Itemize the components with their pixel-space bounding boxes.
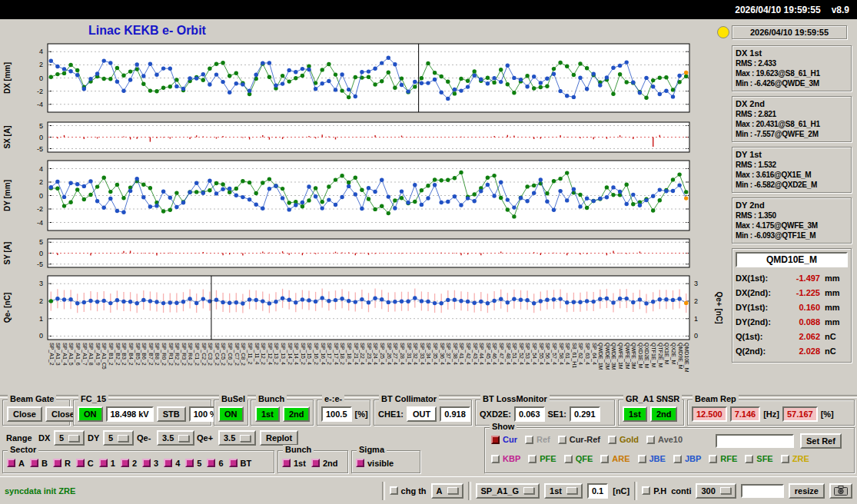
sector-checkbox-1[interactable]: 1 xyxy=(99,459,115,468)
titlebar-version: v8.9 xyxy=(832,5,849,15)
show-checkbox-sfe[interactable]: SFE xyxy=(745,454,772,463)
stat-line: Min : -6.426@QWDE_3M xyxy=(736,79,848,88)
threshold-field[interactable]: 0.1 xyxy=(587,483,608,499)
svg-text:-4: -4 xyxy=(37,219,43,227)
conti-toggle[interactable]: conti xyxy=(671,486,691,496)
sector-checkbox-6[interactable]: 6 xyxy=(207,459,223,468)
svg-text:DX [mm]: DX [mm] xyxy=(3,62,12,94)
checkbox-label: BT xyxy=(241,459,252,468)
stat-line: RMS : 1.532 xyxy=(736,161,848,169)
device-select[interactable]: SP_A1_G xyxy=(476,483,540,499)
count-select[interactable]: 300 xyxy=(696,483,736,499)
monitor-row-value: 2.062 xyxy=(783,332,825,341)
stat-line: Max : 4.175@QWFE_3M xyxy=(736,221,848,230)
bpm-label: QTF1E_M xyxy=(649,343,656,393)
sector-items: ABRC123456BT xyxy=(7,459,251,468)
show-checkbox-ref[interactable]: Ref xyxy=(525,435,550,444)
replot-button[interactable]: Replot xyxy=(260,430,298,446)
bpm-label: SP_11_2 xyxy=(246,343,253,393)
range-label: Range xyxy=(6,433,32,443)
bpm-label: SP_44_4 xyxy=(478,343,485,393)
show-checkbox-jbe[interactable]: JBE xyxy=(638,454,666,463)
beam-gate-group: Beam Gate Close Close xyxy=(2,400,70,426)
range-qe-minus-select[interactable]: 3.5 xyxy=(157,430,194,446)
svg-text:2: 2 xyxy=(39,297,43,305)
show-checkbox-rfe[interactable]: RFE xyxy=(709,454,737,463)
monitor-row-value: 0.160 xyxy=(783,303,825,312)
show-checkbox-cur-ref[interactable]: Cur-Ref xyxy=(558,435,600,444)
bpm-label: SP_54_4 xyxy=(530,343,537,393)
snapshot-button[interactable] xyxy=(829,483,852,499)
sector-checkbox-b[interactable]: B xyxy=(30,459,48,468)
show-checkbox-jbp[interactable]: JBP xyxy=(673,454,701,463)
checkbox-label: ZRE xyxy=(792,454,809,463)
checkbox-label: 3 xyxy=(154,459,158,468)
show-checkbox-qfe[interactable]: QFE xyxy=(564,454,593,463)
bpm-label: SP_43_4 xyxy=(471,343,478,393)
svg-text:-5: -5 xyxy=(37,260,43,268)
sector-checkbox-a[interactable]: A xyxy=(7,459,25,468)
bunch-select[interactable]: 1st xyxy=(544,483,583,499)
busel-on-button[interactable]: ON xyxy=(218,406,244,422)
show-checkbox-ave10[interactable]: Ave10 xyxy=(646,435,683,444)
extra-input[interactable] xyxy=(741,484,784,498)
svg-text:-2: -2 xyxy=(37,205,43,213)
range-dy-select[interactable]: 5 xyxy=(103,430,134,446)
show-checkbox-pfe[interactable]: PFE xyxy=(528,454,556,463)
show-checkbox-gold[interactable]: Gold xyxy=(608,435,639,444)
bunch-2nd-button[interactable]: 2nd xyxy=(283,406,311,422)
checkbox-label: JBE xyxy=(649,454,666,463)
sector-checkbox-bt[interactable]: BT xyxy=(229,459,252,468)
checkbox-label: 6 xyxy=(218,459,223,468)
sigma-checkbox-visible[interactable]: visible xyxy=(356,459,394,468)
checkbox-indicator xyxy=(491,436,500,444)
mode-select[interactable]: A xyxy=(431,483,463,499)
snsr-2nd-button[interactable]: 2nd xyxy=(650,406,678,422)
show-checkbox-kbp[interactable]: KBP xyxy=(491,454,520,463)
chg-th-checkbox[interactable]: chg th xyxy=(390,486,427,496)
bpm-label: SP_B7_2 xyxy=(147,343,154,393)
beam-gate-close1-button[interactable]: Close xyxy=(7,406,42,422)
threshold-unit: [nC] xyxy=(613,486,629,496)
bpm-label: SP_62_4 xyxy=(577,343,584,393)
range-qe-plus-select[interactable]: 3.5 xyxy=(218,430,256,446)
range-dx-select[interactable]: 5 xyxy=(54,430,85,446)
resize-button[interactable]: resize xyxy=(789,483,825,499)
show-checkbox-are[interactable]: ARE xyxy=(600,454,629,463)
fc15-stb-button[interactable]: STB xyxy=(157,406,186,422)
svg-text:4: 4 xyxy=(39,165,43,173)
bunch-checkbox-2nd[interactable]: 2nd xyxy=(311,459,338,468)
checkbox-label: 2nd xyxy=(323,459,338,468)
bunch-1st-button[interactable]: 1st xyxy=(255,406,280,422)
gr-a1-snsr-group: GR_A1 SNSR 1st 2nd xyxy=(618,400,684,426)
show-checkbox-cur[interactable]: Cur xyxy=(491,435,517,444)
show-checkbox-zre[interactable]: ZRE xyxy=(781,454,809,463)
bpm-label: QWFE_3M xyxy=(630,343,637,393)
status-led-icon xyxy=(717,26,729,38)
fc15-group: FC_15 ON 18.498 kV STB 100 % xyxy=(73,400,211,426)
bunch-select-group: Bunch 1st2nd xyxy=(277,450,348,473)
chart-sy: SY [A]50-5 xyxy=(0,237,729,270)
sector-checkbox-r[interactable]: R xyxy=(53,459,71,468)
sector-checkbox-5[interactable]: 5 xyxy=(185,459,201,468)
checkbox-indicator xyxy=(207,459,215,467)
titlebar-datetime: 2026/04/10 19:59:55 xyxy=(735,5,820,15)
checkbox-indicator xyxy=(638,455,646,463)
sector-checkbox-4[interactable]: 4 xyxy=(164,459,180,468)
bunch-checkbox-1st[interactable]: 1st xyxy=(282,459,306,468)
sector-checkbox-c[interactable]: C xyxy=(76,459,94,468)
che1-out-button[interactable]: OUT xyxy=(407,406,437,422)
monitor-row-label: DX(2nd): xyxy=(736,288,783,297)
sector-checkbox-3[interactable]: 3 xyxy=(142,459,158,468)
busel-title: BuSel xyxy=(219,394,247,404)
snsr-1st-button[interactable]: 1st xyxy=(623,406,647,422)
sector-checkbox-2[interactable]: 2 xyxy=(121,459,137,468)
checkbox-indicator xyxy=(164,459,172,467)
fc15-on-button[interactable]: ON xyxy=(78,406,103,422)
stats-panel: 2026/04/10 19:59:55 DX 1stRMS : 2.433Max… xyxy=(732,25,852,363)
svg-text:2: 2 xyxy=(39,178,43,186)
set-ref-button[interactable]: Set Ref xyxy=(800,433,842,449)
ph-checkbox[interactable]: P.H xyxy=(642,486,666,496)
bt-lossmonitor-title: BT LossMonitor xyxy=(480,394,550,404)
ref-name-input[interactable] xyxy=(716,434,794,448)
